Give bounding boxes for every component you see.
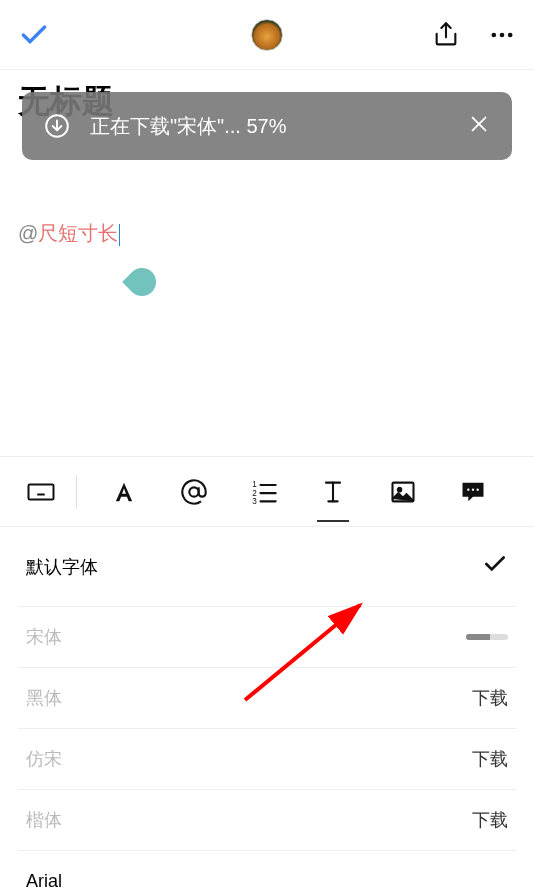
svg-point-25 — [467, 488, 469, 490]
font-button[interactable] — [309, 478, 357, 506]
font-row-kaiti[interactable]: 楷体 下载 — [18, 790, 516, 851]
more-button[interactable] — [488, 21, 516, 49]
close-toast-button[interactable] — [468, 113, 490, 140]
font-row-default[interactable]: 默认字体 — [18, 527, 516, 607]
font-label: Arial — [26, 871, 508, 892]
mention-button[interactable] — [170, 478, 218, 506]
caret-handle[interactable] — [122, 262, 162, 302]
format-toolbar: 123 — [0, 456, 534, 526]
top-bar — [0, 0, 534, 70]
svg-point-1 — [492, 32, 497, 37]
mention-at: @ — [18, 222, 38, 244]
font-label: 宋体 — [26, 625, 466, 649]
download-action[interactable]: 下载 — [472, 808, 508, 832]
confirm-button[interactable] — [18, 19, 50, 51]
svg-text:3: 3 — [252, 496, 257, 505]
download-icon — [44, 113, 70, 139]
font-sheet: 默认字体 宋体 黑体 下载 仿宋 下载 楷体 下载 Arial — [0, 526, 534, 894]
check-icon — [482, 551, 508, 582]
editor-area[interactable]: 无标题 正在下载"宋体"... 57% @尺短寸长 — [0, 70, 534, 251]
text-format-button[interactable] — [100, 478, 148, 506]
font-row-songti[interactable]: 宋体 — [18, 607, 516, 668]
svg-point-27 — [477, 488, 479, 490]
download-toast-text: 正在下载"宋体"... 57% — [90, 113, 286, 140]
svg-point-16 — [189, 487, 198, 496]
mention-name: 尺短寸长 — [38, 222, 118, 244]
font-row-fangsong[interactable]: 仿宋 下载 — [18, 729, 516, 790]
font-row-heiti[interactable]: 黑体 下载 — [18, 668, 516, 729]
font-label: 默认字体 — [26, 555, 482, 579]
download-toast: 正在下载"宋体"... 57% — [22, 92, 512, 160]
list-button[interactable]: 123 — [240, 478, 288, 506]
text-caret — [119, 224, 120, 246]
svg-point-2 — [500, 32, 505, 37]
font-label: 仿宋 — [26, 747, 472, 771]
download-action[interactable]: 下载 — [472, 747, 508, 771]
toolbar-separator — [76, 475, 77, 509]
download-action[interactable]: 下载 — [472, 686, 508, 710]
keyboard-button[interactable] — [26, 477, 56, 507]
svg-point-24 — [398, 487, 402, 491]
avatar[interactable] — [251, 19, 283, 51]
svg-point-26 — [472, 488, 474, 490]
share-button[interactable] — [432, 21, 460, 49]
svg-point-3 — [508, 32, 513, 37]
font-label: 黑体 — [26, 686, 472, 710]
mention-line[interactable]: @尺短寸长 — [18, 220, 516, 247]
image-button[interactable] — [379, 478, 427, 506]
download-progress — [466, 634, 508, 640]
svg-rect-8 — [29, 484, 54, 499]
comment-button[interactable] — [449, 478, 497, 506]
font-label: 楷体 — [26, 808, 472, 832]
font-row-arial[interactable]: Arial — [18, 851, 516, 894]
